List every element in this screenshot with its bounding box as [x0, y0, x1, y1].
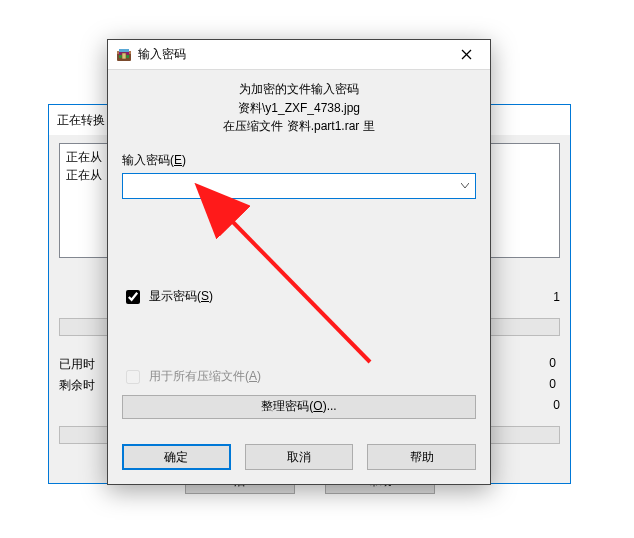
elapsed-value: 0	[549, 356, 556, 373]
close-icon	[461, 49, 472, 60]
elapsed-label: 已用时	[59, 356, 95, 373]
password-dialog: 输入密码 为加密的文件输入密码 资料\y1_ZXF_4738.jpg 在压缩文件…	[107, 39, 491, 485]
dialog-title: 输入密码	[138, 46, 186, 63]
password-input[interactable]	[122, 173, 476, 199]
remaining-label: 剩余时	[59, 377, 95, 394]
convert-title: 正在转换	[57, 112, 105, 129]
value-top: 1	[553, 290, 560, 304]
organize-passwords-button[interactable]: 整理密码(O)...	[122, 395, 476, 419]
show-password-check[interactable]	[126, 290, 140, 304]
winrar-icon	[116, 47, 132, 63]
ok-button[interactable]: 确定	[122, 444, 231, 470]
all-archives-label: 用于所有压缩文件(A)	[149, 368, 261, 385]
dialog-titlebar: 输入密码	[108, 40, 490, 70]
password-label: 输入密码(E)	[122, 152, 476, 169]
close-button[interactable]	[446, 41, 486, 69]
all-archives-checkbox: 用于所有压缩文件(A)	[122, 367, 476, 387]
show-password-checkbox[interactable]: 显示密码(S)	[122, 287, 476, 307]
cancel-button[interactable]: 取消	[245, 444, 354, 470]
svg-rect-2	[119, 49, 129, 52]
remaining-value: 0	[549, 377, 556, 394]
dialog-message: 为加密的文件输入密码 资料\y1_ZXF_4738.jpg 在压缩文件 资料.p…	[122, 80, 476, 136]
show-password-label: 显示密码(S)	[149, 288, 213, 305]
value-bottom: 0	[553, 398, 560, 412]
password-combobox[interactable]	[122, 173, 476, 199]
all-archives-check	[126, 370, 140, 384]
help-button[interactable]: 帮助	[367, 444, 476, 470]
svg-rect-5	[122, 53, 126, 59]
